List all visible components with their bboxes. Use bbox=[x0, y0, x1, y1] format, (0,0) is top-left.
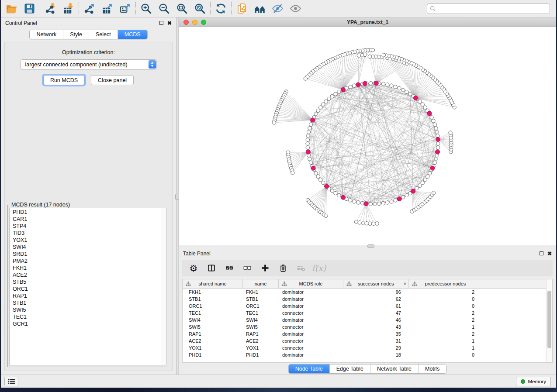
graph-node[interactable] bbox=[324, 214, 328, 217]
zoom-fit-button[interactable] bbox=[173, 1, 191, 16]
graph-dominator-node[interactable] bbox=[311, 118, 315, 122]
mcds-result-item[interactable]: PHD1 bbox=[13, 209, 166, 216]
graph-node[interactable] bbox=[334, 191, 337, 195]
graph-node[interactable] bbox=[361, 221, 365, 225]
tab-style[interactable]: Style bbox=[63, 30, 89, 39]
mcds-result-item[interactable]: STB5 bbox=[13, 279, 166, 285]
graph-node[interactable] bbox=[430, 116, 433, 119]
horizontal-splitter[interactable] bbox=[179, 245, 556, 248]
minimize-window-button[interactable] bbox=[192, 20, 197, 25]
first-neighbors-button[interactable] bbox=[251, 1, 269, 16]
graph-dominator-node[interactable] bbox=[374, 81, 378, 86]
automation-panel-button[interactable] bbox=[4, 377, 18, 386]
graph-node[interactable] bbox=[321, 103, 325, 106]
maximize-window-button[interactable] bbox=[201, 20, 206, 25]
graph-node[interactable] bbox=[306, 134, 310, 138]
mcds-result-list[interactable]: PHD1CAR1STP4TID3YOX1SWI4SRD1PMA2FKH1ACE2… bbox=[9, 208, 166, 365]
graph-node[interactable] bbox=[309, 123, 312, 126]
export-table-button[interactable] bbox=[98, 1, 116, 16]
graph-node[interactable] bbox=[421, 181, 424, 185]
graph-node[interactable] bbox=[398, 86, 401, 90]
graph-node[interactable] bbox=[368, 55, 371, 58]
graph-node[interactable] bbox=[349, 199, 352, 202]
table-row[interactable]: STB1STB1dominator620 bbox=[183, 296, 552, 303]
float-panel-icon[interactable] bbox=[159, 21, 163, 25]
graph-node[interactable] bbox=[433, 161, 436, 164]
close-panel-icon[interactable]: ✖ bbox=[547, 251, 552, 256]
graph-node[interactable] bbox=[405, 90, 408, 93]
graph-node[interactable] bbox=[428, 172, 432, 175]
graph-node[interactable] bbox=[316, 109, 320, 112]
sort-chevron-icon[interactable]: ∨ bbox=[403, 282, 406, 286]
graph-node[interactable] bbox=[401, 196, 405, 199]
graph-node[interactable] bbox=[418, 100, 422, 103]
tab-network[interactable]: Network bbox=[30, 30, 63, 39]
graph-node[interactable] bbox=[356, 201, 360, 204]
graph-node[interactable] bbox=[353, 200, 356, 203]
export-network-button[interactable] bbox=[80, 1, 98, 16]
graph-node[interactable] bbox=[418, 184, 422, 187]
graph-dominator-node[interactable] bbox=[427, 111, 432, 116]
mcds-result-item[interactable]: SWI5 bbox=[13, 306, 166, 313]
graph-node[interactable] bbox=[291, 171, 294, 175]
graph-node[interactable] bbox=[308, 127, 311, 130]
graph-node[interactable] bbox=[372, 222, 375, 225]
table-row[interactable]: ORC1ORC1dominator610 bbox=[183, 303, 552, 309]
float-panel-icon[interactable] bbox=[540, 251, 543, 255]
graph-node[interactable] bbox=[405, 193, 408, 197]
graph-node[interactable] bbox=[358, 221, 361, 224]
mcds-result-item[interactable]: ORC1 bbox=[13, 285, 166, 292]
graph-node[interactable] bbox=[368, 222, 372, 225]
graph-node[interactable] bbox=[432, 191, 436, 195]
tab-mcds[interactable]: MCDS bbox=[118, 30, 147, 39]
graph-node[interactable] bbox=[449, 131, 452, 134]
graph-dominator-node[interactable] bbox=[435, 150, 439, 154]
graph-node[interactable] bbox=[354, 220, 358, 224]
table-row[interactable]: SWI5SWI5connector431 bbox=[183, 323, 552, 330]
graph-dominator-node[interactable] bbox=[436, 137, 440, 141]
splitter-grip[interactable] bbox=[367, 244, 374, 248]
graph-node[interactable] bbox=[369, 202, 372, 206]
network-window-titlebar[interactable]: YPA_prune.txt_1 bbox=[179, 17, 556, 27]
scrollbar-thumb[interactable] bbox=[547, 291, 551, 348]
mcds-result-item[interactable]: GCR1 bbox=[13, 320, 166, 327]
graph-node[interactable] bbox=[382, 53, 385, 57]
graph-node[interactable] bbox=[306, 142, 309, 145]
graph-node[interactable] bbox=[318, 106, 322, 109]
column-header-predecessor-nodes[interactable]: predecessor nodes bbox=[409, 279, 482, 288]
graph-node[interactable] bbox=[386, 83, 389, 86]
table-row[interactable]: RAP1RAP1dominator352 bbox=[183, 330, 552, 337]
graph-node[interactable] bbox=[408, 92, 412, 96]
graph-node[interactable] bbox=[318, 178, 322, 182]
graph-node[interactable] bbox=[423, 178, 427, 182]
show-all-button[interactable] bbox=[287, 1, 304, 16]
open-file-button[interactable] bbox=[3, 1, 21, 16]
deselect-all-rows-button[interactable] bbox=[242, 263, 253, 273]
vertical-splitter[interactable] bbox=[176, 17, 179, 375]
show-columns-button[interactable] bbox=[206, 263, 217, 273]
close-panel-icon[interactable]: ✖ bbox=[167, 21, 172, 26]
search-input[interactable] bbox=[438, 6, 547, 12]
graph-node[interactable] bbox=[337, 90, 341, 93]
graph-node[interactable] bbox=[394, 85, 397, 89]
graph-node[interactable] bbox=[432, 119, 435, 123]
graph-node[interactable] bbox=[321, 181, 325, 185]
zoom-in-button[interactable] bbox=[137, 1, 155, 16]
graph-node[interactable] bbox=[421, 103, 424, 106]
mcds-result-item[interactable]: RAP1 bbox=[13, 292, 166, 299]
graph-node[interactable] bbox=[381, 201, 385, 205]
graph-dominator-node[interactable] bbox=[397, 197, 401, 201]
graph-node[interactable] bbox=[434, 127, 438, 130]
graph-node[interactable] bbox=[324, 100, 328, 103]
table-row[interactable]: TEC1TEC1connector472 bbox=[183, 309, 552, 316]
graph-node[interactable] bbox=[436, 142, 440, 145]
network-graph[interactable] bbox=[179, 27, 556, 245]
graph-dominator-node[interactable] bbox=[430, 166, 435, 170]
hide-selected-button[interactable] bbox=[269, 1, 287, 16]
graph-node[interactable] bbox=[330, 94, 334, 98]
graph-node[interactable] bbox=[272, 121, 276, 124]
graph-dominator-node[interactable] bbox=[306, 150, 310, 154]
graph-node[interactable] bbox=[377, 202, 381, 206]
import-network-button[interactable] bbox=[42, 1, 59, 16]
tab-edge-table[interactable]: Edge Table bbox=[329, 364, 370, 373]
